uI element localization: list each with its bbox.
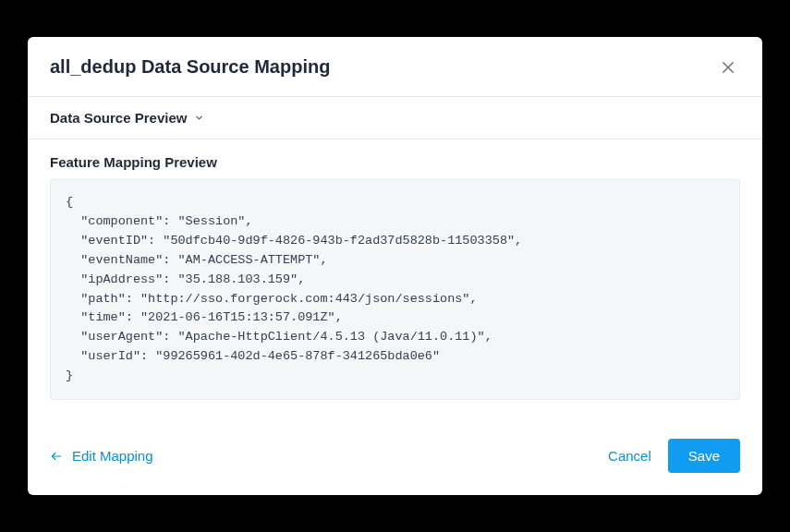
data-source-preview-toggle[interactable]: Data Source Preview (28, 97, 762, 139)
cancel-button[interactable]: Cancel (608, 448, 651, 464)
preview-json-block: { "component": "Session", "eventID": "50… (50, 179, 740, 400)
modal-title: all_dedup Data Source Mapping (50, 56, 330, 78)
feature-mapping-preview-label: Feature Mapping Preview (50, 154, 740, 170)
edit-mapping-button[interactable]: Edit Mapping (50, 448, 153, 464)
modal-footer: Edit Mapping Cancel Save (28, 418, 762, 495)
arrow-left-icon (50, 450, 63, 463)
chevron-down-icon (194, 113, 204, 123)
close-icon (720, 59, 736, 76)
mapping-modal: all_dedup Data Source Mapping Data Sourc… (28, 37, 762, 495)
save-button[interactable]: Save (668, 439, 740, 473)
close-button[interactable] (716, 55, 740, 79)
modal-header: all_dedup Data Source Mapping (28, 37, 762, 97)
edit-mapping-label: Edit Mapping (72, 448, 153, 464)
feature-mapping-preview-section: Feature Mapping Preview { "component": "… (28, 139, 762, 418)
data-source-preview-label: Data Source Preview (50, 110, 187, 126)
footer-actions: Cancel Save (608, 439, 740, 473)
